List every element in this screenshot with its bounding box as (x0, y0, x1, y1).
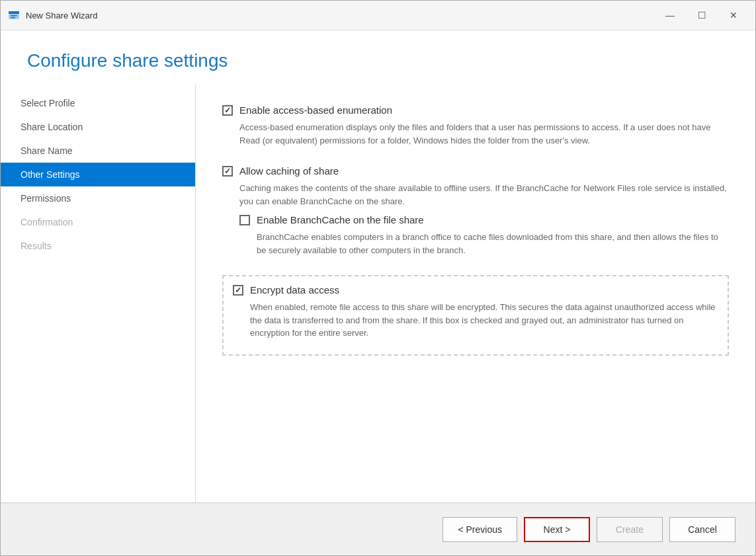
caching-checkbox-row: Allow caching of share (222, 165, 729, 177)
enumeration-setting: Enable access-based enumeration Access-b… (222, 104, 729, 147)
encrypt-checkbox[interactable] (233, 285, 243, 296)
create-button[interactable]: Create (597, 517, 663, 542)
branchcache-desc: BranchCache enables computers in a branc… (257, 231, 729, 257)
nav-select-profile[interactable]: Select Profile (1, 91, 195, 115)
svg-rect-1 (9, 11, 19, 14)
caching-checkbox[interactable] (222, 166, 233, 177)
close-button[interactable]: ✕ (718, 5, 749, 25)
encrypt-checkbox-row: Encrypt data access (233, 284, 718, 296)
footer-bar: < Previous Next > Create Cancel (1, 502, 755, 555)
enumeration-checkbox[interactable] (222, 105, 233, 116)
svg-rect-2 (11, 15, 17, 17)
encrypt-label: Encrypt data access (250, 284, 339, 296)
window-controls: — ☐ ✕ (655, 5, 749, 25)
caching-label: Allow caching of share (239, 165, 339, 177)
left-nav: Select Profile Share Location Share Name… (1, 85, 196, 502)
branchcache-checkbox-row: Enable BranchCache on the file share (239, 214, 729, 225)
nav-share-location[interactable]: Share Location (1, 115, 195, 139)
cancel-button[interactable]: Cancel (669, 517, 735, 542)
branchcache-label: Enable BranchCache on the file share (257, 214, 424, 225)
caching-setting: Allow caching of share Caching makes the… (222, 165, 729, 257)
svg-rect-3 (11, 17, 15, 19)
main-layout: Select Profile Share Location Share Name… (1, 85, 755, 502)
page-header: Configure share settings (1, 30, 755, 85)
nav-other-settings[interactable]: Other Settings (1, 163, 195, 186)
minimize-button[interactable]: — (655, 5, 685, 25)
nav-share-name[interactable]: Share Name (1, 139, 195, 163)
right-panel: Enable access-based enumeration Access-b… (196, 85, 755, 502)
window-body: Configure share settings Select Profile … (1, 30, 755, 555)
enumeration-label: Enable access-based enumeration (239, 104, 392, 116)
app-icon (7, 9, 21, 22)
next-button[interactable]: Next > (524, 517, 590, 542)
previous-button[interactable]: < Previous (442, 517, 517, 542)
nav-permissions[interactable]: Permissions (1, 186, 195, 210)
enumeration-checkbox-row: Enable access-based enumeration (222, 104, 729, 116)
branchcache-sub-setting: Enable BranchCache on the file share Bra… (239, 214, 729, 257)
page-title: Configure share settings (27, 50, 729, 71)
nav-confirmation: Confirmation (1, 210, 195, 234)
enumeration-desc: Access-based enumeration displays only t… (239, 121, 729, 147)
encrypt-desc: When enabled, remote file access to this… (250, 301, 718, 340)
maximize-button[interactable]: ☐ (687, 5, 717, 25)
title-bar: New Share Wizard — ☐ ✕ (1, 1, 755, 30)
caching-desc: Caching makes the contents of the share … (239, 182, 729, 208)
nav-results: Results (1, 234, 195, 258)
main-window: New Share Wizard — ☐ ✕ Configure share s… (0, 0, 756, 556)
window-title: New Share Wizard (26, 11, 655, 20)
encrypt-setting: Encrypt data access When enabled, remote… (222, 275, 729, 356)
branchcache-checkbox[interactable] (239, 215, 250, 225)
